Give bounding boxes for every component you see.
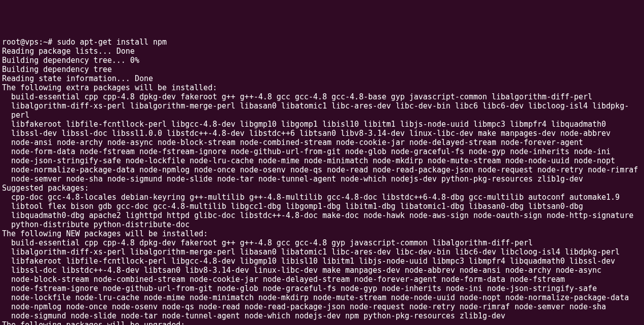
package-line: libssl-dev libssl-doc libssl1.0.0 libstd… bbox=[2, 129, 642, 138]
prompt-line: root@vps:~# sudo apt-get install npm bbox=[2, 38, 642, 47]
package-line: python-distribute python-distribute-doc bbox=[2, 220, 642, 229]
output-line: Building dependency tree... 0% bbox=[2, 56, 642, 65]
section-header: Suggested packages: bbox=[2, 184, 642, 193]
package-line: node-npmlog node-once node-osenv node-qs… bbox=[2, 302, 642, 311]
shell-prompt: root@vps:~# bbox=[2, 38, 57, 47]
package-line: node-sigmund node-slide node-tar node-tu… bbox=[2, 311, 642, 320]
output-line: The following extra packages will be ins… bbox=[2, 83, 642, 92]
package-line: libfakeroot libfile-fcntllock-perl libgc… bbox=[2, 120, 642, 129]
package-line: node-fstream-ignore node-github-url-from… bbox=[2, 284, 642, 293]
package-line: node-block-stream node-combined-stream n… bbox=[2, 275, 642, 284]
package-line: node-lockfile node-lru-cache node-mime n… bbox=[2, 293, 642, 302]
package-line: node-ansi node-archy node-async node-blo… bbox=[2, 138, 642, 147]
package-line: libfakeroot libfile-fcntllock-perl libgc… bbox=[2, 257, 642, 266]
package-line: libssl-doc libstdc++-4.8-dev libtsan0 li… bbox=[2, 266, 642, 275]
section-header: The following NEW packages will be insta… bbox=[2, 229, 642, 238]
package-line: node-normalize-package-data node-npmlog … bbox=[2, 165, 642, 174]
package-line: build-essential cpp cpp-4.8 dpkg-dev fak… bbox=[2, 92, 642, 101]
output-line: Building dependency tree bbox=[2, 65, 642, 74]
package-line: libalgorithm-diff-xs-perl libalgorithm-m… bbox=[2, 247, 642, 257]
output-line: Reading state information... Done bbox=[2, 74, 642, 83]
package-line: node-semver node-sha node-sigmund node-s… bbox=[2, 174, 642, 184]
package-line: libquadmath0-dbg apache2 lighttpd httpd … bbox=[2, 211, 642, 220]
package-line: libtool flex bison gdb gcc-doc gcc-4.8-m… bbox=[2, 202, 642, 211]
package-line: libalgorithm-diff-xs-perl libalgorithm-m… bbox=[2, 101, 642, 120]
command-text: sudo apt-get install npm bbox=[57, 38, 167, 47]
package-line: node-json-stringify-safe node-lockfile n… bbox=[2, 156, 642, 165]
output-line: Reading package lists... Done bbox=[2, 47, 642, 56]
section-header: The following packages will be upgraded: bbox=[2, 320, 642, 325]
package-line: build-essential cpp cpp-4.8 dpkg-dev fak… bbox=[2, 238, 642, 247]
package-line: node-form-data node-fstream node-fstream… bbox=[2, 147, 642, 156]
package-line: cpp-doc gcc-4.8-locales debian-keyring g… bbox=[2, 193, 642, 202]
terminal-output[interactable]: root@vps:~# sudo apt-get install npmRead… bbox=[2, 38, 642, 325]
